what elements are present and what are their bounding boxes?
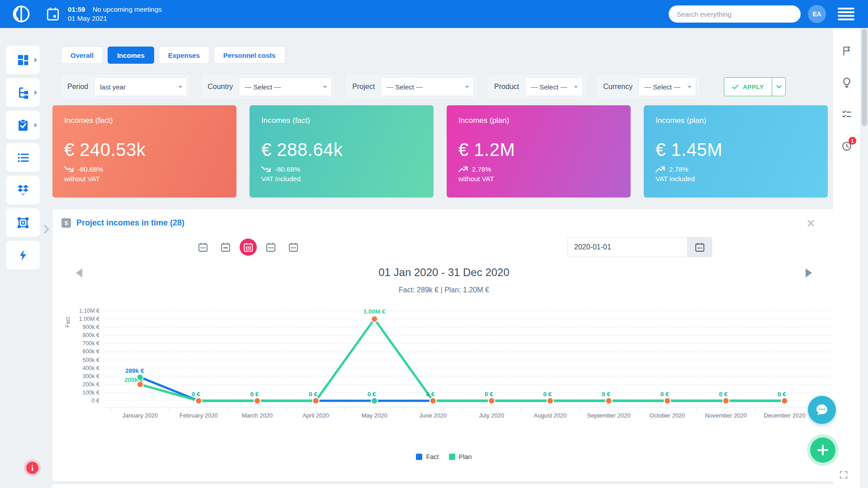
svg-text:June 2020: June 2020 [419,412,447,419]
kpi-card: Incomes (fact) € 240.53k -80.68% without… [52,105,236,197]
date-control [567,237,712,257]
current-date: 01 May 2021 [68,14,162,23]
close-icon[interactable] [807,219,815,227]
svg-text:August 2020: August 2020 [533,412,566,419]
calendar-week-button[interactable] [217,239,234,256]
app-logo-icon[interactable] [12,5,31,23]
kpi-title: Incomes (fact) [261,116,422,125]
tab-overall[interactable]: Overall [61,47,103,64]
calendar-year-button[interactable] [285,239,302,256]
kpi-trend: 2.78% [669,165,689,173]
scrollbar[interactable] [860,28,868,488]
kpi-note: VAT included [261,175,422,183]
svg-text:December 2020: December 2020 [764,412,806,419]
svg-text:700k €: 700k € [82,340,99,347]
chevron-down-icon [574,86,578,88]
calendar-day-button[interactable] [194,239,212,256]
product-select[interactable]: --- Select --- [525,77,583,96]
calendar-quarter-button[interactable] [262,239,279,256]
calendar-month-button[interactable] [240,239,257,256]
project-select[interactable]: --- Select --- [381,77,474,96]
kpi-value: € 1.45M [656,140,816,160]
sidebar-item-dropbox[interactable] [6,176,40,205]
filter-group: Country --- Select --- [201,75,335,99]
sidebar-item-lightning[interactable] [6,241,40,270]
chart-range-title: 01 Jan 2020 - 31 Dec 2020 [378,266,509,278]
add-button[interactable] [810,437,835,463]
svg-text:400k €: 400k € [82,365,99,371]
sidebar-item-clipboard-check[interactable] [6,111,40,140]
hamburger-menu-icon[interactable] [838,8,854,20]
kpi-value: € 288.64k [261,140,422,160]
apply-label: APPLY [743,84,764,90]
sidebar-item-list[interactable] [6,143,40,172]
apply-button[interactable]: APPLY [724,77,786,96]
checklist-icon [841,114,853,122]
calendar-icon[interactable] [46,7,60,21]
rail-item-checklist[interactable] [841,108,853,120]
filter-group: Currency --- Select --- [597,75,699,99]
list-icon [16,151,30,164]
svg-text:600k €: 600k € [82,348,99,355]
kpi-value: € 240.53k [64,140,225,160]
apply-dropdown-button[interactable] [772,78,785,96]
next-period-icon[interactable] [806,268,812,277]
info-button[interactable] [26,462,38,474]
tab-personnel-costs[interactable]: Personnel costs [214,47,285,64]
search-box[interactable] [669,5,801,23]
chat-button[interactable] [808,396,836,424]
svg-text:March 2020: March 2020 [242,412,273,419]
svg-text:0 €: 0 € [368,391,376,398]
plus-icon [817,445,828,455]
chevron-down-icon [179,86,182,88]
svg-text:November 2020: November 2020 [705,412,747,419]
date-input[interactable] [568,238,687,257]
svg-text:289k €: 289k € [125,367,144,374]
line-chart: 0 €100k €200k €300k €400k €500k €600k €7… [56,300,832,423]
prev-period-icon[interactable] [76,268,82,277]
select-value: --- Select --- [245,83,281,91]
currency-select[interactable]: --- Select --- [638,77,696,96]
rail-item-flag[interactable] [841,45,853,57]
clipboard-check-icon [16,118,30,132]
dashboard-grid-icon [16,53,30,67]
period-select[interactable]: last year [94,77,187,96]
filter-label: Product [494,83,519,91]
kpi-card: Incomes (fact) € 288.64k -80.68% VAT inc… [250,105,434,197]
sidebar-item-org-tree[interactable] [6,78,40,107]
avatar[interactable]: EA [808,5,826,23]
select-value: --- Select --- [644,83,680,91]
rail-item-lightbulb[interactable] [841,77,853,89]
kpi-title: Incomes (plan) [458,116,619,125]
svg-text:0 €: 0 € [92,398,99,404]
chat-icon [815,403,829,417]
kpi-note: VAT included [656,175,816,183]
legend-item-fact[interactable]: Fact [416,453,439,460]
chevron-down-icon [465,86,469,88]
legend-item-plan[interactable]: Plan [449,453,472,460]
tab-incomes[interactable]: Incomes [108,47,154,64]
kpi-trend: -80.68% [275,165,300,173]
svg-text:0 €: 0 € [485,391,493,398]
sidebar-item-dashboard-grid[interactable] [6,46,40,75]
fullscreen-icon[interactable] [839,470,849,480]
meeting-info: 01:59No upcoming meetings 01 May 2021 [68,5,162,23]
trend-up-icon [656,166,665,173]
svg-text:April 2020: April 2020 [302,412,329,419]
datepicker-icon[interactable] [687,238,712,257]
rail-item-history[interactable]: 1 [841,140,853,152]
country-select[interactable]: --- Select --- [239,77,332,96]
chart-summary: Fact: 289k € | Plan: 1.20M € [52,286,835,294]
sidebar-expand-chevron-icon[interactable] [40,225,49,234]
trend-down-icon [261,166,271,173]
sidebar-item-frame[interactable] [6,208,40,237]
chevron-down-icon [323,86,327,88]
kpi-card: Incomes (plan) € 1.45M 2.78% VAT include… [644,105,828,197]
svg-text:0 €: 0 € [192,391,200,398]
submenu-chevron-icon [34,58,38,62]
search-input[interactable] [677,10,793,18]
notification-badge: 1 [849,137,856,145]
tab-expenses[interactable]: Expenses [159,47,209,64]
scrollbar-thumb[interactable] [862,29,867,126]
svg-text:900k €: 900k € [82,324,99,330]
